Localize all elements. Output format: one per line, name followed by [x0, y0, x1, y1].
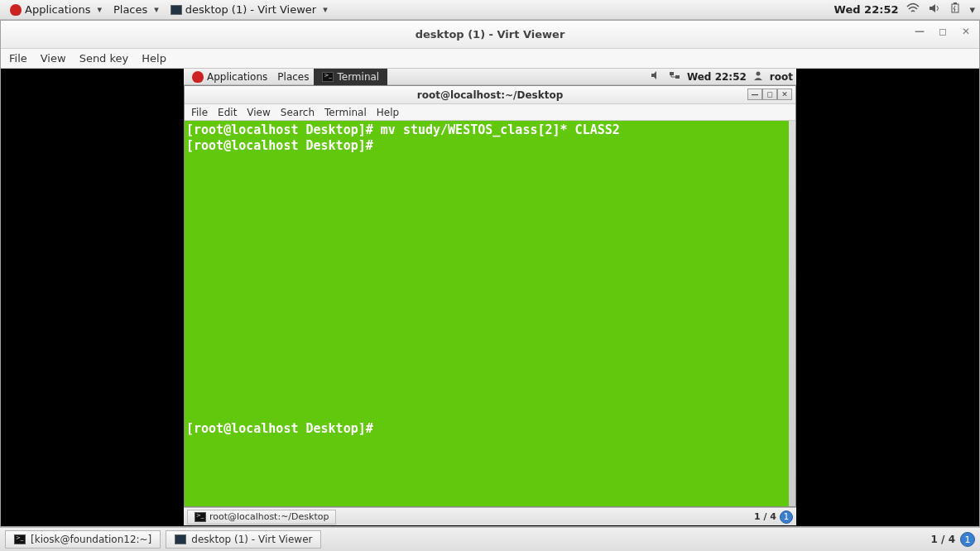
terminal-menu-search[interactable]: Search — [281, 107, 315, 118]
terminal-window-controls: — ◻ ✕ — [747, 89, 792, 100]
virt-close-button[interactable]: ✕ — [958, 26, 974, 37]
virt-menu-sendkey[interactable]: Send key — [79, 52, 129, 65]
terminal-menubar: File Edit View Search Terminal Help — [185, 104, 795, 121]
guest-datetime[interactable]: Wed 22:52 — [687, 71, 747, 83]
terminal-icon — [195, 512, 206, 522]
virt-minimize-button[interactable]: — — [911, 26, 928, 37]
terminal-menu-terminal[interactable]: Terminal — [324, 107, 367, 118]
svg-rect-0 — [952, 4, 958, 12]
virt-menu-view[interactable]: View — [41, 52, 66, 65]
svg-rect-1 — [954, 2, 957, 4]
guest-applications-label: Applications — [207, 71, 267, 83]
virt-window-controls: — ◻ ✕ — [911, 26, 974, 37]
redhat-icon — [192, 71, 204, 83]
terminal-line: [root@localhost Desktop]# mv study/WESTO… — [186, 122, 794, 138]
host-active-window-label: desktop (1) - Virt Viewer — [185, 3, 316, 16]
guest-places-menu[interactable]: Places — [272, 71, 314, 83]
host-top-panel: Applications Places desktop (1) - Virt V… — [0, 0, 980, 20]
terminal-scrollbar[interactable] — [789, 121, 795, 506]
host-status-area: Wed 22:52 ▾ — [834, 2, 975, 17]
guest-bottom-panel: root@localhost:~/Desktop 1 / 4 1 — [184, 507, 796, 525]
guest-places-label: Places — [277, 71, 309, 83]
monitor-icon — [171, 5, 182, 15]
terminal-line: [root@localhost Desktop]# — [186, 138, 794, 154]
host-applications-menu[interactable]: Applications — [5, 2, 107, 17]
host-task2-label: desktop (1) - Virt Viewer — [191, 534, 312, 545]
host-applications-label: Applications — [25, 3, 90, 16]
host-active-window-menu[interactable]: desktop (1) - Virt Viewer — [166, 2, 333, 17]
guest-top-panel: Applications Places Terminal — [184, 69, 796, 85]
guest-user-icon[interactable] — [753, 70, 763, 83]
guest-status-area: Wed 22:52 root — [651, 70, 793, 83]
host-taskbar-item-virt[interactable]: desktop (1) - Virt Viewer — [166, 530, 321, 549]
virt-menu-file[interactable]: File — [9, 52, 27, 65]
guest-workspace-indicator[interactable]: 1 / 4 — [754, 511, 776, 522]
guest-taskbar-item[interactable]: root@localhost:~/Desktop — [187, 510, 336, 525]
terminal-maximize-button[interactable]: ◻ — [762, 89, 777, 100]
host-places-menu[interactable]: Places — [108, 2, 164, 17]
virt-title: desktop (1) - Virt Viewer — [416, 28, 565, 41]
host-bottom-panel: [kiosk@foundation12:~] desktop (1) - Vir… — [0, 527, 980, 551]
host-taskbar-item-terminal[interactable]: [kiosk@foundation12:~] — [5, 530, 161, 549]
terminal-close-button[interactable]: ✕ — [777, 89, 792, 100]
monitor-icon — [175, 534, 186, 544]
host-menu-left: Applications Places desktop (1) - Virt V… — [5, 2, 333, 17]
terminal-window: root@localhost:~/Desktop — ◻ ✕ File Edit… — [184, 85, 796, 507]
terminal-menu-view[interactable]: View — [247, 107, 270, 118]
guest-active-app-label: Terminal — [337, 71, 379, 83]
terminal-menu-file[interactable]: File — [191, 107, 208, 118]
guest-task-label: root@localhost:~/Desktop — [209, 511, 329, 522]
virt-menubar: File View Send key Help — [1, 49, 979, 69]
guest-workspace-badge[interactable]: 1 — [780, 510, 793, 524]
virt-content-area: Applications Places Terminal — [1, 69, 979, 526]
redhat-icon — [10, 4, 22, 16]
terminal-menu-edit[interactable]: Edit — [218, 107, 237, 118]
user-menu-arrow-icon[interactable]: ▾ — [969, 3, 975, 16]
virt-maximize-button[interactable]: ◻ — [934, 26, 951, 37]
terminal-icon — [322, 72, 334, 82]
terminal-title: root@localhost:~/Desktop — [417, 89, 564, 101]
virt-titlebar[interactable]: desktop (1) - Virt Viewer — ◻ ✕ — [1, 21, 979, 49]
guest-user-label[interactable]: root — [770, 71, 793, 83]
guest-desktop: Applications Places Terminal — [184, 69, 796, 525]
host-places-label: Places — [113, 3, 147, 16]
svg-rect-2 — [670, 72, 674, 75]
terminal-prompt: [root@localhost Desktop]# — [186, 421, 381, 437]
network-icon[interactable] — [906, 2, 920, 17]
host-task1-label: [kiosk@foundation12:~] — [31, 534, 151, 545]
guest-network-icon[interactable] — [669, 70, 680, 83]
host-datetime[interactable]: Wed 22:52 — [834, 3, 899, 16]
volume-icon[interactable] — [928, 2, 941, 17]
host-workspace-indicator[interactable]: 1 / 4 — [931, 534, 955, 545]
terminal-menu-help[interactable]: Help — [377, 107, 399, 118]
guest-applications-menu[interactable]: Applications — [187, 71, 272, 83]
svg-point-4 — [756, 72, 760, 76]
host-workspace-badge[interactable]: 1 — [960, 532, 975, 547]
terminal-icon — [14, 534, 26, 544]
terminal-titlebar[interactable]: root@localhost:~/Desktop — ◻ ✕ — [185, 86, 795, 104]
virt-menu-help[interactable]: Help — [142, 52, 166, 65]
terminal-minimize-button[interactable]: — — [747, 89, 762, 100]
guest-volume-icon[interactable] — [651, 70, 662, 83]
terminal-body[interactable]: [root@localhost Desktop]# mv study/WESTO… — [185, 121, 795, 506]
guest-active-app-tab[interactable]: Terminal — [314, 69, 387, 85]
virt-viewer-window: desktop (1) - Virt Viewer — ◻ ✕ File Vie… — [0, 20, 980, 527]
battery-icon[interactable] — [949, 2, 961, 17]
